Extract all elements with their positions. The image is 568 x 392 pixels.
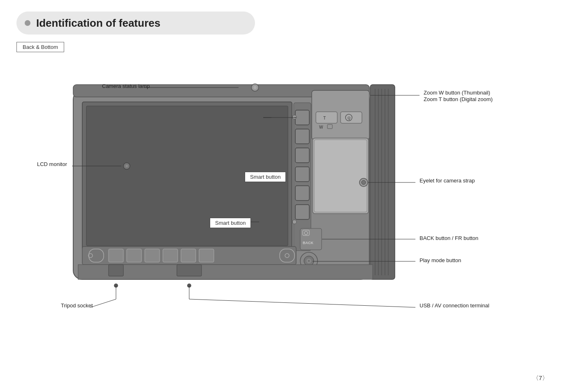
svg-point-27: [359, 178, 368, 187]
svg-rect-9: [295, 186, 309, 201]
svg-point-53: [308, 260, 310, 262]
svg-point-56: [114, 284, 118, 288]
svg-line-72: [90, 299, 116, 307]
svg-rect-18: [327, 125, 332, 129]
svg-point-32: [125, 165, 128, 167]
svg-line-74: [189, 299, 415, 307]
svg-rect-36: [89, 249, 104, 262]
svg-rect-42: [199, 249, 214, 262]
svg-rect-48: [303, 230, 309, 235]
header-dot: [25, 20, 30, 26]
svg-point-29: [251, 84, 259, 91]
play-mode-label: Play mode button: [420, 257, 461, 263]
section-tab: Back & Bottom: [16, 42, 64, 52]
svg-rect-11: [312, 90, 369, 140]
svg-rect-41: [181, 249, 196, 262]
tripod-socket-label: Tripod socket: [61, 302, 93, 309]
svg-rect-55: [109, 265, 123, 276]
svg-text:BACK: BACK: [303, 241, 313, 245]
svg-rect-5: [295, 110, 309, 125]
svg-rect-50: [300, 252, 318, 270]
svg-text:T: T: [323, 116, 326, 120]
svg-point-44: [88, 254, 93, 258]
svg-rect-4: [294, 103, 311, 251]
svg-rect-19: [370, 85, 395, 279]
svg-rect-10: [295, 205, 309, 219]
svg-rect-6: [295, 129, 309, 144]
svg-point-28: [362, 180, 366, 184]
svg-point-49: [304, 231, 308, 235]
svg-rect-26: [314, 140, 367, 212]
page-title: Identification of features: [36, 17, 160, 30]
svg-rect-12: [316, 112, 337, 123]
svg-rect-0: [73, 90, 369, 279]
svg-rect-8: [295, 167, 309, 182]
svg-point-52: [306, 258, 311, 263]
svg-rect-38: [127, 249, 141, 262]
page-number: 〈7〉: [533, 374, 548, 382]
header-bar: Identification of features: [16, 12, 255, 35]
eyelet-label: Eyelet for camera strap: [420, 178, 475, 184]
back-button-label: BACK button / FR button: [420, 235, 478, 241]
svg-rect-7: [295, 148, 309, 163]
svg-rect-35: [82, 247, 296, 265]
zoom-t-label: Zoom T button (Digital zoom): [424, 96, 493, 102]
svg-point-51: [304, 256, 314, 266]
smart-button-lower: Smart button: [210, 218, 251, 228]
lcd-monitor-label: LCD monitor: [37, 161, 67, 167]
smart-button-upper: Smart button: [245, 172, 286, 182]
usb-av-label: USB / AV connection terminal: [420, 302, 489, 309]
svg-rect-43: [280, 249, 294, 262]
svg-point-58: [187, 284, 191, 288]
svg-rect-40: [163, 249, 178, 262]
svg-point-34: [292, 220, 297, 224]
svg-rect-13: [341, 112, 362, 123]
svg-rect-57: [177, 265, 202, 276]
svg-point-15: [345, 114, 352, 121]
svg-point-30: [253, 86, 257, 89]
svg-rect-54: [78, 265, 373, 279]
camera-status-lamp-label: Camera status lamp: [102, 83, 150, 89]
svg-rect-25: [313, 138, 369, 214]
svg-rect-37: [109, 249, 123, 262]
svg-point-33: [292, 115, 297, 119]
svg-text:W: W: [319, 125, 323, 129]
svg-rect-46: [300, 228, 322, 250]
svg-rect-39: [145, 249, 160, 262]
svg-point-45: [285, 254, 289, 258]
zoom-w-label: Zoom W button (Thumbnail): [424, 90, 490, 96]
svg-text:Q: Q: [348, 116, 350, 120]
svg-point-31: [123, 163, 130, 169]
